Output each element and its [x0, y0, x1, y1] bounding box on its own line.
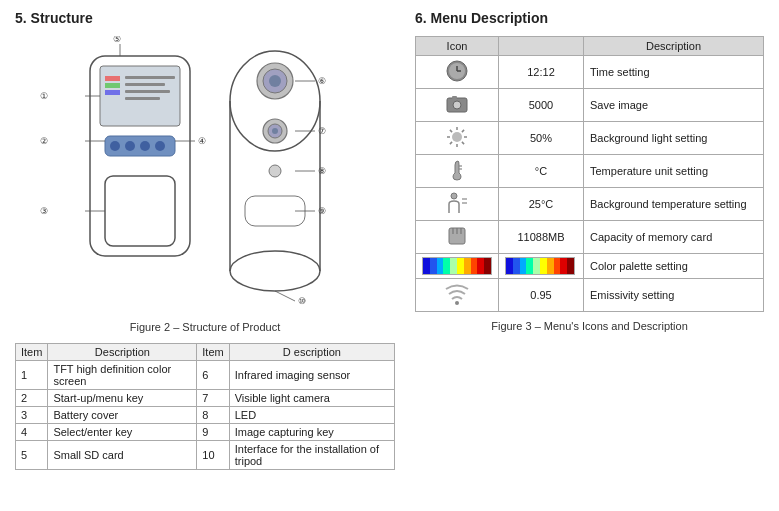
menu-col-icon: Icon [416, 37, 499, 56]
svg-rect-1 [100, 66, 180, 126]
svg-line-61 [462, 130, 464, 132]
menu-desc-cell: Time setting [584, 56, 764, 89]
svg-text:④: ④ [198, 136, 206, 146]
menu-desc-cell: Color palette setting [584, 254, 764, 279]
table-row: 4Select/enter key9Image capturing key [16, 424, 395, 441]
col-item2: Item [197, 344, 229, 361]
svg-text:①: ① [40, 91, 48, 101]
figure3-caption: Figure 3 – Menu's Icons and Description [415, 320, 764, 332]
main-container: 5. Structure [15, 10, 764, 470]
table-row: 3Battery cover8LED [16, 407, 395, 424]
menu-value-cell: 5000 [499, 89, 584, 122]
menu-value-cell: 50% [499, 122, 584, 155]
svg-point-34 [272, 128, 278, 134]
svg-point-13 [155, 141, 165, 151]
menu-value-cell: 25°C [499, 188, 584, 221]
menu-table-row: 5000Save image [416, 89, 764, 122]
svg-text:⑤: ⑤ [113, 36, 121, 44]
left-section: 5. Structure [15, 10, 395, 470]
svg-point-11 [125, 141, 135, 151]
menu-table-row: 0.95Emissivity setting [416, 279, 764, 312]
svg-text:⑦: ⑦ [318, 126, 326, 136]
device-illustration: ① ② ③ ④ ⑤ [15, 36, 395, 316]
svg-point-52 [453, 101, 461, 109]
table-row: 2Start-up/menu key7Visible light camera [16, 390, 395, 407]
menu-table-row: 25°CBackground temperature setting [416, 188, 764, 221]
menu-icon-cell [416, 254, 499, 279]
svg-line-45 [275, 291, 295, 301]
menu-value-cell: °C [499, 155, 584, 188]
menu-icon-cell [416, 56, 499, 89]
menu-value-cell [499, 254, 584, 279]
menu-desc-cell: Emissivity setting [584, 279, 764, 312]
figure2-caption: Figure 2 – Structure of Product [15, 321, 395, 333]
menu-table-row: °CTemperature unit setting [416, 155, 764, 188]
menu-icon-cell [416, 122, 499, 155]
svg-rect-4 [105, 90, 120, 95]
menu-value-cell: 0.95 [499, 279, 584, 312]
menu-table-row: 50%Background light setting [416, 122, 764, 155]
svg-line-62 [450, 142, 452, 144]
svg-text:⑩: ⑩ [298, 296, 306, 306]
menu-desc-cell: Temperature unit setting [584, 155, 764, 188]
menu-icon-cell [416, 279, 499, 312]
svg-point-65 [451, 193, 457, 199]
menu-col-value [499, 37, 584, 56]
table-row: 5Small SD card10Interface for the instal… [16, 441, 395, 470]
svg-rect-3 [105, 83, 120, 88]
device-svg: ① ② ③ ④ ⑤ [35, 36, 375, 306]
menu-table-row: 11088MBCapacity of memory card [416, 221, 764, 254]
menu-icon-cell [416, 155, 499, 188]
menu-table-row: Color palette setting [416, 254, 764, 279]
menu-value-cell: 12:12 [499, 56, 584, 89]
svg-text:②: ② [40, 136, 48, 146]
svg-rect-14 [105, 176, 175, 246]
menu-desc-cell: Capacity of memory card [584, 221, 764, 254]
svg-point-35 [269, 165, 281, 177]
col-desc1: Description [48, 344, 197, 361]
svg-point-10 [110, 141, 120, 151]
menu-desc-cell: Save image [584, 89, 764, 122]
table-row: 1TFT high definition color screen6Infrar… [16, 361, 395, 390]
svg-point-12 [140, 141, 150, 151]
svg-line-60 [462, 142, 464, 144]
menu-table: Icon Description 12:12Time setting5000Sa… [415, 36, 764, 312]
svg-point-54 [452, 132, 462, 142]
menu-desc-cell: Background temperature setting [584, 188, 764, 221]
svg-line-59 [450, 130, 452, 132]
svg-rect-5 [125, 76, 175, 79]
left-title: 5. Structure [15, 10, 395, 26]
svg-text:⑥: ⑥ [318, 76, 326, 86]
menu-desc-cell: Background light setting [584, 122, 764, 155]
svg-point-72 [455, 301, 459, 305]
menu-table-row: 12:12Time setting [416, 56, 764, 89]
svg-rect-7 [125, 90, 170, 93]
svg-rect-53 [452, 96, 457, 99]
right-section: 6. Menu Description Icon Description 12:… [415, 10, 764, 470]
svg-point-31 [269, 75, 281, 87]
col-desc2: D escription [229, 344, 394, 361]
menu-col-desc: Description [584, 37, 764, 56]
menu-value-cell: 11088MB [499, 221, 584, 254]
svg-text:⑧: ⑧ [318, 166, 326, 176]
structure-table: Item Description Item D escription 1TFT … [15, 343, 395, 470]
svg-text:③: ③ [40, 206, 48, 216]
col-item1: Item [16, 344, 48, 361]
svg-rect-6 [125, 83, 165, 86]
svg-text:⑨: ⑨ [318, 206, 326, 216]
svg-rect-2 [105, 76, 120, 81]
svg-point-28 [230, 251, 320, 291]
menu-icon-cell [416, 89, 499, 122]
right-title: 6. Menu Description [415, 10, 764, 26]
menu-icon-cell [416, 188, 499, 221]
svg-rect-8 [125, 97, 160, 100]
menu-icon-cell [416, 221, 499, 254]
